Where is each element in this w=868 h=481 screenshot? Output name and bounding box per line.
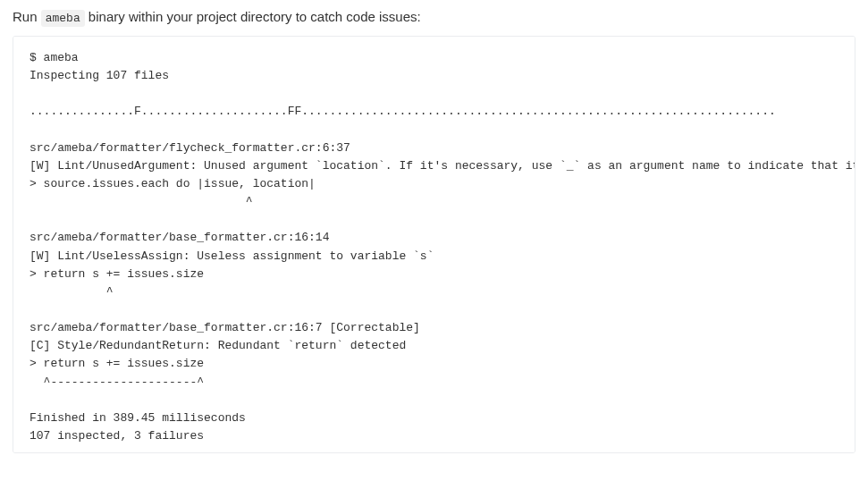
intro-suffix: binary within your project directory to … [85,9,421,24]
terminal-output: $ ameba Inspecting 107 files ...........… [29,49,855,445]
intro-text: Run ameba binary within your project dir… [13,9,855,25]
intro-prefix: Run [13,9,41,24]
code-block-container[interactable]: $ ameba Inspecting 107 files ...........… [13,36,855,453]
inline-code-ameba: ameba [41,10,85,27]
